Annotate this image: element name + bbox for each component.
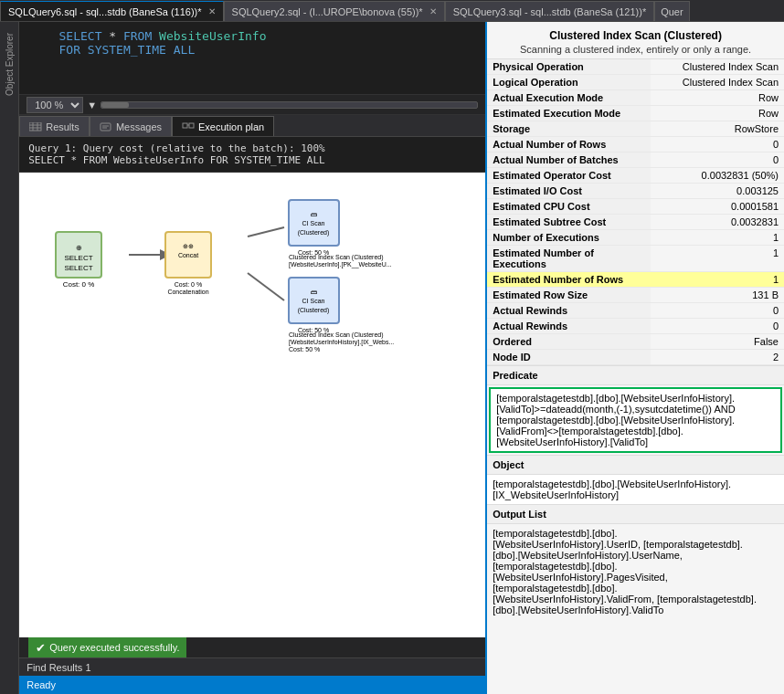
prop-label: Node ID: [487, 350, 651, 365]
prop-value: False: [651, 334, 784, 350]
prop-value: 0.0032831 (50%): [651, 168, 784, 184]
plan-svg: ⊕ SELECT SELECT Cost: 0 % ⊕⊕ Concat Cost…: [19, 173, 485, 373]
ready-bar: Ready: [19, 676, 485, 694]
right-panel-header: Clustered Index Scan (Clustered) Scannin…: [487, 22, 784, 59]
prop-value: 0.0001581: [651, 199, 784, 215]
svg-text:Concatenation: Concatenation: [168, 289, 209, 295]
tab-bar: SQLQuery6.sql - sql...stdb (BaneSa (116)…: [0, 0, 784, 22]
svg-text:Clustered Index Scan (Clustere: Clustered Index Scan (Clustered): [289, 331, 384, 339]
tab-messages[interactable]: Messages: [90, 116, 172, 136]
tab-query2[interactable]: SQLQuery2.sql - (l...UROPE\bonova (55))*…: [224, 1, 445, 21]
svg-text:[WebsiteUserInfoHistory].[IX_W: [WebsiteUserInfoHistory].[IX_Webs...: [289, 339, 394, 346]
prop-label: Storage: [487, 121, 651, 137]
tab-messages-label: Messages: [116, 121, 162, 132]
svg-text:CI Scan: CI Scan: [302, 298, 325, 304]
table-row: Estimated Execution ModeRow: [487, 106, 784, 121]
tab-query6-close[interactable]: ✕: [208, 6, 216, 16]
success-status: ✔ Query executed successfully.: [28, 637, 186, 657]
table-row: Estimated Subtree Cost0.0032831: [487, 215, 784, 230]
tab-more[interactable]: Quer: [654, 1, 689, 21]
svg-text:Cost: 50 %: Cost: 50 %: [289, 346, 320, 352]
zoom-select[interactable]: 100 %: [26, 97, 83, 113]
properties-table: Physical OperationClustered Index ScanLo…: [487, 59, 784, 365]
prop-value: 0.003125: [651, 184, 784, 199]
table-row: Estimated Number of Rows1: [487, 272, 784, 288]
success-message: Query executed successfully.: [49, 642, 179, 653]
grid-icon: [29, 122, 42, 131]
object-content: [temporalstagetestdb].[dbo].[WebsiteUser…: [487, 475, 784, 504]
tab-results-label: Results: [46, 121, 79, 132]
scroll-track[interactable]: [101, 101, 478, 109]
svg-text:🗃: 🗃: [311, 289, 317, 295]
prop-value: 1: [651, 272, 784, 288]
left-sidebar: Object Explorer: [0, 22, 19, 694]
main-layout: Object Explorer SELECT * FROM WebsiteUse…: [0, 22, 784, 694]
table-row: OrderedFalse: [487, 334, 784, 350]
query-area: Query 1: Query cost (relative to the bat…: [19, 137, 485, 173]
svg-rect-0: [29, 122, 41, 131]
svg-line-12: [248, 227, 284, 237]
ready-label: Ready: [26, 679, 56, 690]
svg-text:SELECT: SELECT: [65, 264, 93, 272]
table-row: Actual Execution ModeRow: [487, 90, 784, 106]
message-icon: [100, 122, 112, 131]
object-explorer-label[interactable]: Object Explorer: [3, 29, 16, 100]
table-row: Estimated Operator Cost0.0032831 (50%): [487, 168, 784, 184]
prop-label: Estimated Number of Executions: [487, 246, 651, 272]
prop-value: 0.0032831: [651, 215, 784, 230]
tab-execution-plan[interactable]: Execution plan: [172, 116, 274, 136]
prop-label: Logical Operation: [487, 75, 651, 90]
tab-results[interactable]: Results: [19, 116, 90, 136]
tab-query3-label: SQLQuery3.sql - sql...stdb (BaneSa (121)…: [453, 6, 647, 17]
table-row: Actual Number of Rows0: [487, 137, 784, 152]
content-area: SELECT * FROM WebsiteUserInfo FOR SYSTEM…: [19, 22, 485, 694]
prop-label: Physical Operation: [487, 59, 651, 75]
prop-label: Actual Number of Batches: [487, 152, 651, 168]
status-bar: ✔ Query executed successfully.: [19, 637, 485, 657]
prop-value: 0: [651, 137, 784, 152]
table-row: Estimated Number of Executions1: [487, 246, 784, 272]
find-results-label: Find Results 1: [26, 662, 90, 673]
svg-text:Cost: 0 %: Cost: 0 %: [175, 281, 202, 288]
right-panel: Clustered Index Scan (Clustered) Scannin…: [485, 22, 784, 694]
predicate-header: Predicate: [487, 365, 784, 385]
object-header: Object: [487, 455, 784, 475]
svg-line-13: [248, 273, 284, 300]
svg-rect-9: [189, 123, 194, 128]
prop-value: 0: [651, 303, 784, 319]
output-content: [temporalstagetestdb].[dbo]. [WebsiteUse…: [487, 524, 784, 619]
prop-label: Number of Executions: [487, 230, 651, 246]
tab-query3[interactable]: SQLQuery3.sql - sql...stdb (BaneSa (121)…: [445, 1, 655, 21]
table-row: StorageRowStore: [487, 121, 784, 137]
svg-rect-8: [183, 123, 187, 128]
zoom-dropdown-icon[interactable]: ▼: [87, 100, 97, 110]
prop-label: Estimated Operator Cost: [487, 168, 651, 184]
table-row: Node ID2: [487, 350, 784, 365]
prop-label: Actual Number of Rows: [487, 137, 651, 152]
prop-label: Estimated CPU Cost: [487, 199, 651, 215]
table-row: Physical OperationClustered Index Scan: [487, 59, 784, 75]
right-panel-title: Clustered Index Scan (Clustered): [496, 29, 775, 42]
table-row: Actual Rewinds0: [487, 303, 784, 319]
prop-label: Estimated Row Size: [487, 288, 651, 303]
prop-label: Estimated Subtree Cost: [487, 215, 651, 230]
prop-label: Actual Rewinds: [487, 303, 651, 319]
tab-query6-label: SQLQuery6.sql - sql...stdb (BaneSa (116)…: [8, 6, 202, 17]
tab-query2-close[interactable]: ✕: [429, 6, 437, 16]
code-line2: FOR SYSTEM_TIME ALL: [30, 43, 474, 57]
svg-text:⊕: ⊕: [76, 244, 82, 252]
prop-label: Estimated Number of Rows: [487, 272, 651, 288]
predicate-content: [temporalstagetestdb].[dbo].[WebsiteUser…: [489, 387, 782, 453]
check-icon: ✔: [36, 641, 46, 655]
prop-label: Actual Execution Mode: [487, 90, 651, 106]
svg-text:(Clustered): (Clustered): [298, 229, 330, 237]
prop-value: Row: [651, 106, 784, 121]
table-row: Number of Executions1: [487, 230, 784, 246]
table-row: Estimated CPU Cost0.0001581: [487, 199, 784, 215]
query-info-line2: SELECT * FROM WebsiteUserInfo FOR SYSTEM…: [28, 154, 476, 166]
code-editor[interactable]: SELECT * FROM WebsiteUserInfo FOR SYSTEM…: [19, 22, 485, 95]
tab-query6[interactable]: SQLQuery6.sql - sql...stdb (BaneSa (116)…: [0, 1, 224, 21]
svg-text:CI Scan: CI Scan: [302, 220, 325, 226]
tab-execution-plan-label: Execution plan: [198, 121, 264, 132]
prop-label: Actual Rewinds: [487, 319, 651, 334]
